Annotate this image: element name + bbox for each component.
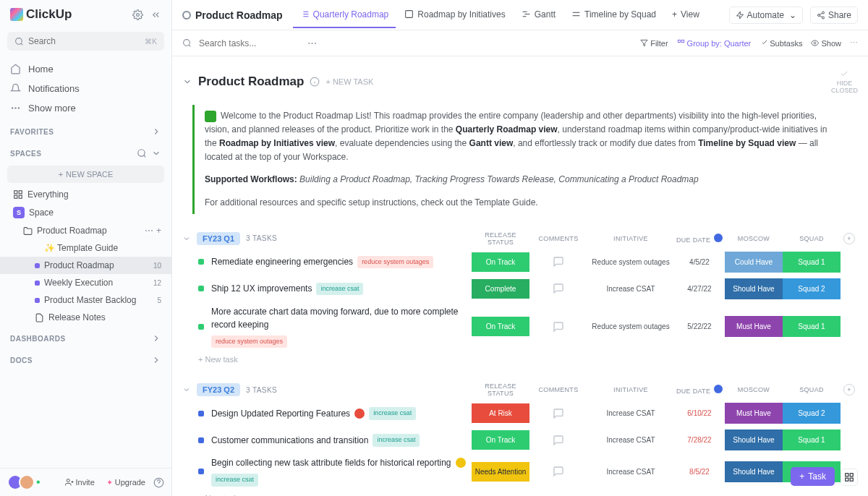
col-due[interactable]: DUE DATE xyxy=(674,234,725,244)
comment-icon[interactable] xyxy=(529,256,587,268)
collapse-sidebar-icon[interactable] xyxy=(150,9,161,20)
task-row[interactable]: Remediate engineering emergencies reduce… xyxy=(182,249,858,275)
search-input[interactable]: ⌘K xyxy=(7,32,164,51)
chevron-down-icon[interactable] xyxy=(182,77,192,87)
add-task-button[interactable]: + New task xyxy=(182,351,858,368)
task-tag[interactable]: increase csat xyxy=(373,434,420,447)
initiative-cell[interactable]: Reduce system outages xyxy=(587,258,674,266)
status-square-icon[interactable] xyxy=(198,286,204,291)
chevron-down-icon[interactable] xyxy=(182,234,191,243)
squad-cell[interactable]: Squad 1 xyxy=(783,252,841,273)
favorites-header[interactable]: FAVORITES xyxy=(0,119,171,141)
tree-product-roadmap[interactable]: Product Roadmap ⋯+ xyxy=(0,222,171,239)
moscow-cell[interactable]: Could Have xyxy=(725,252,783,273)
chevron-down-icon[interactable] xyxy=(182,385,191,394)
comment-icon[interactable] xyxy=(529,466,587,477)
col-due[interactable]: DUE DATE xyxy=(674,385,725,395)
task-title[interactable]: More accurate chart data moving forward,… xyxy=(211,305,472,349)
share-button[interactable]: Share xyxy=(810,7,858,24)
squad-cell[interactable]: Squad 2 xyxy=(783,278,841,299)
plus-icon[interactable]: + xyxy=(156,226,161,236)
group-chip[interactable]: FY23 Q1 xyxy=(197,232,240,245)
breadcrumb[interactable]: Product Roadmap xyxy=(182,9,283,21)
release-status-cell[interactable]: On Track xyxy=(472,430,529,450)
tab-quarterly[interactable]: Quarterly Roadmap xyxy=(293,2,396,28)
apps-button[interactable] xyxy=(841,469,858,486)
group-by-button[interactable]: Group by: Quarter xyxy=(677,39,752,48)
col-squad[interactable]: SQUAD xyxy=(783,235,841,242)
task-title[interactable]: Ship 12 UX improvements increase csat xyxy=(211,282,472,295)
task-tag[interactable]: increase csat xyxy=(316,283,363,296)
task-search-input[interactable] xyxy=(199,38,300,48)
comment-icon[interactable] xyxy=(529,321,587,333)
initiative-cell[interactable]: Increase CSAT xyxy=(587,285,674,293)
moscow-cell[interactable]: Must Have xyxy=(725,316,783,337)
filter-button[interactable]: Filter xyxy=(640,39,668,48)
add-task-button[interactable]: + New task xyxy=(182,489,858,496)
release-status-cell[interactable]: On Track xyxy=(472,252,529,272)
task-row[interactable]: More accurate chart data moving forward,… xyxy=(182,302,858,351)
help-icon[interactable] xyxy=(153,477,164,488)
tree-everything[interactable]: Everything xyxy=(0,186,171,203)
status-square-icon[interactable] xyxy=(198,259,204,265)
group-chip[interactable]: FY23 Q2 xyxy=(197,383,240,396)
task-row[interactable]: Customer communications and transition i… xyxy=(182,427,858,453)
tree-release-notes[interactable]: Release Notes xyxy=(0,309,171,326)
dashboards-header[interactable]: DASHBOARDS xyxy=(0,326,171,348)
tree-backlog[interactable]: Product Master Backlog5 xyxy=(0,291,171,309)
col-initiative[interactable]: INITIATIVE xyxy=(587,235,674,242)
release-status-cell[interactable]: Complete xyxy=(472,279,529,299)
add-column-button[interactable]: + xyxy=(843,233,855,244)
automate-button[interactable]: Automate⌄ xyxy=(729,7,803,24)
status-square-icon[interactable] xyxy=(198,324,204,330)
task-title[interactable]: Customer communications and transition i… xyxy=(211,434,472,447)
spaces-header[interactable]: SPACES xyxy=(0,141,171,163)
due-date-cell[interactable]: 4/27/22 xyxy=(674,285,725,293)
more-icon[interactable]: ⋯ xyxy=(145,226,153,236)
due-date-cell[interactable]: 7/28/22 xyxy=(674,436,725,444)
nav-show-more[interactable]: Show more xyxy=(0,98,171,118)
due-date-cell[interactable]: 8/5/22 xyxy=(674,468,725,476)
docs-header[interactable]: DOCS xyxy=(0,348,171,369)
tree-roadmap-list[interactable]: Product Roadmap10 xyxy=(0,257,171,274)
logo[interactable]: ClickUp xyxy=(10,7,72,22)
task-tag[interactable]: reduce system outages xyxy=(211,335,287,349)
col-initiative[interactable]: INITIATIVE xyxy=(587,386,674,393)
due-date-cell[interactable]: 6/10/22 xyxy=(674,409,725,417)
hide-closed-toggle[interactable]: HIDECLOSED xyxy=(831,69,858,95)
tree-weekly[interactable]: Weekly Execution12 xyxy=(0,274,171,291)
tab-timeline[interactable]: Timeline by Squad xyxy=(564,2,663,28)
task-row[interactable]: Design Updated Reporting Features increa… xyxy=(182,400,858,427)
search-spaces-icon[interactable] xyxy=(137,148,147,158)
comment-icon[interactable] xyxy=(529,435,587,446)
tab-initiatives[interactable]: Roadmap by Initiatives xyxy=(397,2,512,28)
moscow-cell[interactable]: Should Have xyxy=(725,278,783,299)
col-release[interactable]: RELEASE STATUS xyxy=(472,231,529,246)
more-icon[interactable]: ⋯ xyxy=(307,38,317,48)
release-status-cell[interactable]: At Risk xyxy=(472,403,529,423)
due-date-cell[interactable]: 4/5/22 xyxy=(674,258,725,266)
status-square-icon[interactable] xyxy=(198,437,204,443)
col-comments[interactable]: COMMENTS xyxy=(529,386,587,393)
status-square-icon[interactable] xyxy=(198,411,204,416)
squad-cell[interactable]: Squad 1 xyxy=(783,316,841,337)
tree-template-guide[interactable]: ✨ Template Guide xyxy=(0,239,171,257)
task-row[interactable]: Begin collecting new task attribute fiel… xyxy=(182,453,858,489)
nav-notifications[interactable]: Notifications xyxy=(0,79,171,98)
col-moscow[interactable]: MOSCOW xyxy=(725,235,783,242)
col-moscow[interactable]: MOSCOW xyxy=(725,386,783,393)
task-tag[interactable]: increase csat xyxy=(211,474,258,487)
col-release[interactable]: RELEASE STATUS xyxy=(472,382,529,397)
more-icon[interactable]: ⋯ xyxy=(850,38,858,48)
initiative-cell[interactable]: Increase CSAT xyxy=(587,468,674,476)
due-date-cell[interactable]: 5/22/22 xyxy=(674,322,725,330)
moscow-cell[interactable]: Should Have xyxy=(725,461,783,482)
tab-add-view[interactable]: +View xyxy=(665,2,707,28)
tab-gantt[interactable]: Gantt xyxy=(514,2,563,28)
comment-icon[interactable] xyxy=(529,408,587,419)
squad-cell[interactable]: Squad 1 xyxy=(783,429,841,450)
task-row[interactable]: Ship 12 UX improvements increase csat Co… xyxy=(182,275,858,302)
comment-icon[interactable] xyxy=(529,283,587,294)
new-task-float-button[interactable]: +Task xyxy=(791,467,835,486)
moscow-cell[interactable]: Should Have xyxy=(725,429,783,450)
